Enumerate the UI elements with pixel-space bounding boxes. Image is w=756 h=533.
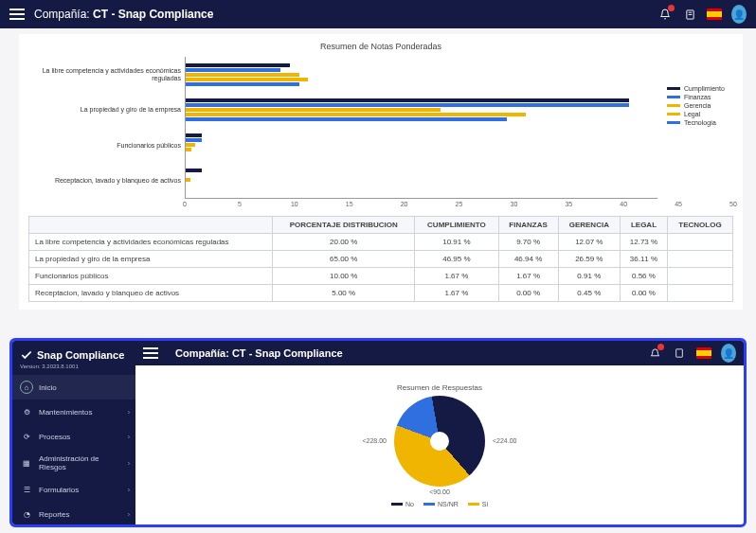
bar-segment [186, 143, 195, 147]
bar-segment [186, 82, 299, 86]
bar-segment [186, 117, 507, 121]
legend-item: Cumplimiento [667, 85, 733, 92]
sidebar-item-label: Procesos [39, 433, 70, 441]
data-table: PORCENTAJE DISTRIBUCIONCUMPLIMIENTOFINAN… [28, 216, 733, 302]
document-icon[interactable] [682, 7, 697, 22]
sidebar-item-administración-de-riesgos[interactable]: ▦Administración de Riesgos› [12, 449, 135, 477]
bar-chart-title: Resumen de Notas Ponderadas [28, 42, 733, 51]
menu-toggle-icon[interactable] [9, 9, 25, 20]
legend-item: Legal [667, 111, 733, 117]
table-header: LEGAL [620, 217, 667, 234]
sidebar-item-reportes[interactable]: ◔Reportes› [12, 502, 135, 526]
chevron-right-icon: › [128, 511, 130, 518]
sidebar-item-procesos[interactable]: ⟳Procesos› [12, 424, 135, 449]
bar-segment [186, 103, 629, 107]
bar-segment [186, 133, 202, 137]
app-version: Version: 3.2023.8.1001 [12, 364, 135, 375]
sidebar-item-configuración[interactable]: ⚙Configuración› [12, 526, 135, 527]
bar-legend: CumplimientoFinanzasGerenciaLegalTecnolo… [657, 57, 733, 199]
app-logo: Snap Compliance [12, 341, 135, 364]
legend-item: No [391, 501, 414, 507]
user-avatar[interactable]: 👤 [721, 346, 736, 361]
pie-value-left: <228.00 [363, 437, 387, 444]
sidebar-item-mantenimientos[interactable]: ⚙Mantenimientos› [12, 400, 135, 424]
chevron-right-icon: › [128, 409, 130, 416]
page-title: Compañía: CT - Snap Compliance [34, 8, 213, 21]
report-panel: Resumen de Notas Ponderadas La libre com… [19, 34, 743, 310]
company-prefix: Compañía: [34, 8, 90, 21]
bell-icon[interactable] [657, 7, 673, 22]
table-header: PORCENTAJE DISTRIBUCION [273, 217, 415, 234]
sidebar-item-inicio[interactable]: ⌂Inicio [12, 375, 135, 400]
dashboard-window: Snap Compliance Version: 3.2023.8.1001 ⌂… [9, 338, 747, 527]
table-row: La libre competencia y actividades econó… [29, 234, 733, 251]
bar-y-labels: La libre competencia y actividades econó… [28, 57, 185, 199]
bar-chart [185, 57, 657, 199]
legend-item: Finanzas [667, 94, 733, 100]
form-icon: ☰ [20, 483, 33, 496]
sidebar-item-label: Mantenimientos [39, 408, 92, 417]
bar-segment [186, 108, 441, 112]
legend-item: NS/NR [423, 501, 459, 507]
table-header: FINANZAS [498, 217, 558, 234]
flag-es-icon[interactable] [707, 7, 722, 22]
sidebar-item-label: Inicio [39, 383, 57, 392]
bar-segment [186, 178, 190, 182]
bar-segment [186, 148, 191, 151]
bar-segment [186, 73, 299, 77]
pie-chart-title: Resumen de Respuestas [397, 383, 482, 392]
table-header: CUMPLIMIENTO [415, 217, 498, 234]
window2-header: Compañía: CT - Snap Compliance 👤 [135, 341, 744, 365]
bar-segment [186, 113, 526, 116]
chart-icon: ◔ [20, 507, 33, 521]
pie-chart [394, 396, 485, 487]
bar-segment [186, 138, 202, 142]
chevron-right-icon: › [128, 460, 130, 467]
top-header: Compañía: CT - Snap Compliance 👤 [0, 0, 756, 28]
table-header: GERENCIA [558, 217, 620, 234]
bar-segment [186, 63, 290, 67]
sliders-icon: ⚙ [20, 405, 33, 418]
legend-item: Tecnología [667, 119, 733, 126]
bell-icon[interactable] [647, 346, 662, 361]
pie-value-bottom: <90.00 [429, 489, 450, 495]
sidebar-item-label: Formularios [39, 486, 79, 494]
menu-toggle-icon[interactable] [143, 347, 158, 359]
bar-segment [186, 78, 308, 81]
clipboard-icon: ▦ [20, 456, 33, 470]
chevron-right-icon: › [128, 434, 130, 440]
table-row: Funcionarios públicos10.00 %1.67 %1.67 %… [29, 268, 733, 285]
window2-title: Compañía: CT - Snap Compliance [175, 347, 343, 359]
legend-item: Gerencia [667, 102, 733, 109]
company-name: CT - Snap Compliance [93, 8, 213, 21]
sidebar-item-label: Reportes [39, 510, 69, 519]
pie-legend: NoNS/NRSi [391, 501, 488, 507]
sidebar-item-label: Administración de Riesgos [39, 454, 128, 471]
bar-segment [186, 98, 629, 102]
table-row: La propiedad y giro de la empresa65.00 %… [29, 251, 733, 268]
home-icon: ⌂ [20, 381, 33, 394]
sidebar: Snap Compliance Version: 3.2023.8.1001 ⌂… [12, 341, 135, 524]
table-header [29, 217, 273, 234]
legend-item: Si [468, 501, 488, 507]
bar-x-axis: 05101520253035404550 [185, 199, 733, 212]
flag-es-icon[interactable] [696, 346, 711, 361]
bar-segment [186, 169, 202, 172]
bar-segment [186, 68, 280, 72]
table-header: TECNOLOG [667, 217, 732, 234]
gear-icon: ⟳ [20, 430, 33, 443]
user-avatar[interactable]: 👤 [731, 7, 747, 22]
table-row: Receptacion, lavado y blanqueo de activo… [29, 285, 733, 302]
pie-value-right: <224.00 [493, 437, 517, 444]
document-icon[interactable] [672, 346, 687, 361]
sidebar-item-formularios[interactable]: ☰Formularios› [12, 477, 135, 502]
svg-rect-3 [676, 349, 683, 357]
chevron-right-icon: › [128, 487, 130, 493]
